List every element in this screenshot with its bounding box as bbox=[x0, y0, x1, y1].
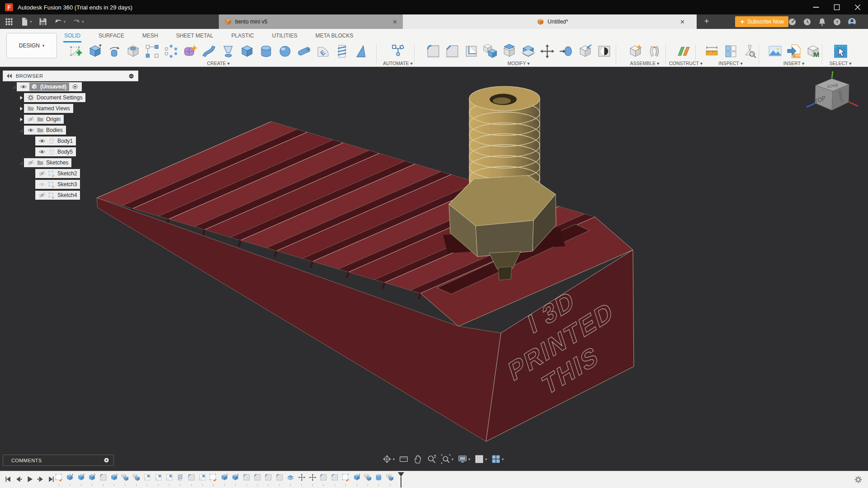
rectangular-pattern-button[interactable] bbox=[143, 42, 161, 60]
create-form-button[interactable] bbox=[181, 42, 199, 60]
timeline-feature-fillet[interactable] bbox=[188, 474, 195, 486]
expand-closed-icon[interactable] bbox=[18, 106, 24, 112]
timeline-feature-extrude[interactable] bbox=[88, 474, 96, 486]
timeline-feature-combine[interactable] bbox=[364, 474, 372, 486]
timeline-feature-sketch[interactable] bbox=[209, 474, 217, 486]
thread-button[interactable] bbox=[333, 42, 351, 60]
timeline-feature-pattern[interactable] bbox=[155, 474, 162, 486]
section-analysis-button[interactable] bbox=[722, 42, 740, 60]
timeline-feature-combine[interactable] bbox=[386, 474, 394, 486]
stepped-block-body[interactable]: I 3D PRINTED THIS bbox=[97, 122, 638, 441]
create-sketch-button[interactable] bbox=[67, 42, 85, 60]
timeline-feature-fillet[interactable] bbox=[264, 474, 272, 486]
document-tab-untitled[interactable]: Untitled* ✕ bbox=[403, 14, 697, 29]
close-button[interactable] bbox=[847, 0, 868, 14]
panel-minimize-icon[interactable] bbox=[128, 73, 135, 80]
view-cube[interactable]: BACK TOP RIGHT bbox=[799, 70, 865, 127]
browser-header[interactable]: BROWSER bbox=[3, 70, 138, 81]
sweep-button[interactable] bbox=[200, 42, 218, 60]
timeline-feature-extrude[interactable] bbox=[77, 474, 85, 486]
subscribe-now-button[interactable]: Subscribe Now bbox=[735, 16, 788, 27]
rib-button[interactable] bbox=[352, 42, 370, 60]
avatar-icon[interactable] bbox=[847, 17, 857, 27]
box-button[interactable] bbox=[238, 42, 256, 60]
ribbon-group-label[interactable]: AUTOMATE ▾ bbox=[380, 61, 416, 66]
step-forward-icon[interactable] bbox=[36, 475, 45, 483]
ribbon-group-label[interactable]: MODIFY ▾ bbox=[418, 61, 619, 66]
measure-button[interactable] bbox=[703, 42, 721, 60]
shell-button[interactable] bbox=[462, 42, 480, 60]
timeline-feature-extrude[interactable] bbox=[66, 474, 74, 486]
select-button[interactable] bbox=[831, 42, 849, 60]
play-icon[interactable] bbox=[25, 475, 34, 483]
timeline-feature-move[interactable] bbox=[309, 474, 316, 486]
expand-open-icon[interactable] bbox=[18, 127, 24, 133]
split-body-button[interactable] bbox=[519, 42, 537, 60]
timeline-feature-move[interactable] bbox=[298, 474, 306, 486]
revolve-button[interactable] bbox=[105, 42, 123, 60]
insert-image-button[interactable] bbox=[766, 42, 784, 60]
visibility-toggle-icon[interactable] bbox=[27, 159, 34, 166]
align-button[interactable] bbox=[557, 42, 575, 60]
ribbon-group-label[interactable]: ASSEMBLE ▾ bbox=[619, 61, 670, 66]
appearance-button[interactable] bbox=[595, 42, 613, 60]
job-status-icon[interactable] bbox=[802, 17, 812, 27]
zoom-button[interactable] bbox=[427, 454, 437, 464]
viewports-button[interactable]: ▾ bbox=[491, 454, 504, 464]
ribbon-group-label[interactable]: CONSTRUCT ▾ bbox=[669, 61, 698, 66]
construct-plane-button[interactable] bbox=[675, 42, 693, 60]
insert-svg-button[interactable]: SVG bbox=[785, 42, 803, 60]
orbit-button[interactable]: ▾ bbox=[382, 454, 395, 464]
notifications-icon[interactable] bbox=[817, 17, 827, 27]
visibility-toggle-icon[interactable] bbox=[38, 192, 46, 199]
timeline-feature-extrude[interactable] bbox=[231, 474, 239, 486]
joint-button[interactable] bbox=[645, 42, 663, 60]
probe-button[interactable] bbox=[741, 42, 759, 60]
browser-row-sketches[interactable]: Sketches bbox=[3, 157, 138, 168]
extrude-button[interactable] bbox=[86, 42, 104, 60]
visibility-toggle-icon[interactable] bbox=[38, 181, 46, 188]
timeline-feature-fillet[interactable] bbox=[331, 474, 339, 486]
timeline-feature-pattern[interactable] bbox=[143, 474, 151, 486]
timeline-feature-cylinder[interactable] bbox=[375, 474, 382, 486]
3d-viewport[interactable]: I 3D PRINTED THIS bbox=[0, 67, 868, 471]
app-grid-button[interactable] bbox=[5, 17, 14, 26]
ribbon-tab-surface[interactable]: SURFACE bbox=[98, 31, 125, 42]
workspace-selector[interactable]: DESIGN ▾ bbox=[6, 33, 57, 58]
document-tab-bento-mini-v5[interactable]: bento mini v5 ✕ bbox=[219, 14, 403, 29]
maximize-button[interactable] bbox=[826, 0, 847, 14]
browser-row-namedviews[interactable]: Named Views bbox=[3, 103, 138, 114]
timeline-feature-fillet[interactable] bbox=[254, 474, 261, 486]
tab-close-icon[interactable]: ✕ bbox=[392, 19, 397, 25]
move-copy-button[interactable] bbox=[538, 42, 556, 60]
ribbon-group-label[interactable]: INSERT ▾ bbox=[762, 61, 826, 66]
help-icon[interactable]: ? bbox=[832, 17, 842, 27]
timeline-feature-fillet[interactable] bbox=[99, 474, 107, 486]
ribbon-tab-sheet-metal[interactable]: SHEET METAL bbox=[175, 31, 214, 42]
ribbon-tab-solid[interactable]: SOLID bbox=[63, 31, 81, 42]
timeline-feature-extrude[interactable] bbox=[221, 474, 228, 486]
browser-row-sketch4[interactable]: Sketch4 bbox=[3, 190, 138, 201]
timeline-playhead[interactable] bbox=[398, 472, 404, 488]
expand-panel-icon[interactable] bbox=[103, 457, 110, 464]
browser-row-sketch3[interactable]: Sketch3 bbox=[3, 179, 138, 190]
display-settings-button[interactable]: ▾ bbox=[458, 454, 470, 464]
visibility-toggle-icon[interactable] bbox=[27, 116, 34, 123]
offset-face-button[interactable] bbox=[500, 42, 518, 60]
timeline-feature-fillet[interactable] bbox=[276, 474, 283, 486]
fillet-button[interactable] bbox=[424, 42, 442, 60]
ribbon-tab-mesh[interactable]: MESH bbox=[142, 31, 159, 42]
chamfer-button[interactable] bbox=[443, 42, 461, 60]
timeline-feature-pattern[interactable] bbox=[198, 474, 206, 486]
timeline-settings-gear-icon[interactable] bbox=[854, 475, 863, 484]
browser-row-sketch2[interactable]: Sketch2 bbox=[3, 168, 138, 179]
expand-closed-icon[interactable] bbox=[18, 95, 24, 101]
visibility-toggle-icon[interactable] bbox=[38, 137, 46, 145]
physical-material-button[interactable] bbox=[576, 42, 594, 60]
timeline-feature-fillet[interactable] bbox=[320, 474, 327, 486]
activate-component-icon[interactable] bbox=[71, 83, 79, 90]
coil-button[interactable]: E bbox=[314, 42, 332, 60]
extensions-icon[interactable] bbox=[788, 17, 797, 27]
collapse-panel-icon[interactable] bbox=[7, 74, 12, 78]
timeline-feature-sketch[interactable] bbox=[342, 474, 349, 486]
